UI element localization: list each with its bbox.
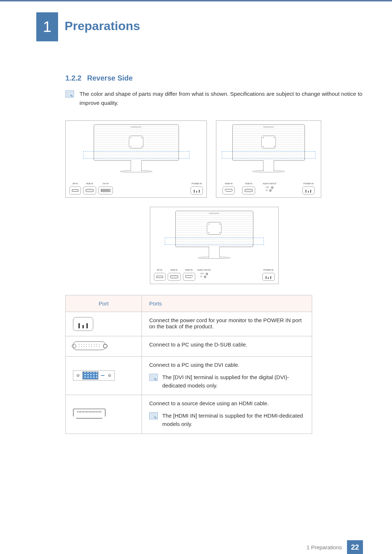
port-label-rgb: RGB IN [171, 269, 177, 271]
port-icon-power [66, 312, 142, 336]
brand-label: SAMSUNG [264, 126, 274, 128]
section-number: 1.2.2 [65, 74, 81, 82]
diagrams: SAMSUNG DP IN RGB IN DVI IN POWER [65, 120, 363, 284]
port-desc: Connect to a source device using an HDMI… [149, 400, 305, 406]
port-label-dp: DP IN [73, 182, 78, 185]
port-label-power: POWER IN [303, 182, 314, 185]
port-label-rgb: RGB IN [245, 182, 252, 185]
port-label-audio-in: IN [200, 276, 202, 278]
port-label-audio-out: OUT [200, 273, 204, 275]
note-icon [149, 374, 158, 381]
port-label-audio: AUDIO IN/OUT [263, 182, 277, 185]
ports-table: Port Ports Connect the power cord for yo… [65, 295, 312, 434]
section-title: Reverse Side [87, 74, 133, 82]
footer-page-number: 22 [347, 540, 363, 554]
table-row: Connect the power cord for your monitor … [66, 312, 312, 336]
port-desc: Connect to a PC using the DVI cable. [149, 362, 305, 368]
note-text: The color and shape of parts may differ … [79, 90, 363, 108]
port-label-power: POWER IN [192, 182, 202, 185]
port-label-rgb: RGB IN [86, 182, 93, 185]
port-icon-dvi [66, 356, 142, 395]
port-desc-cell: Connect to a source device using an HDMI… [142, 395, 312, 434]
port-desc: Connect the power cord for your monitor … [142, 312, 312, 336]
table-header-port: Port [66, 295, 142, 312]
chapter-header: 1 Preparations [36, 12, 363, 41]
port-label-hdmi: HDMI IN [225, 182, 233, 185]
section-heading: 1.2.2 Reverse Side [65, 74, 363, 82]
note-icon [65, 90, 74, 98]
diagram-panel-1: SAMSUNG DP IN RGB IN DVI IN POWER [65, 120, 207, 198]
brand-label: SAMSUNG [209, 212, 220, 214]
port-label-audio-out: OUT [266, 186, 269, 188]
brand-label: SAMSUNG [131, 126, 142, 128]
table-row: Connect to a PC using the D-SUB cable. [66, 336, 312, 356]
table-header-desc: Ports [142, 295, 312, 312]
port-note: The [DVI IN] terminal is supplied for th… [162, 373, 305, 390]
table-row: Connect to a PC using the DVI cable. The… [66, 356, 312, 395]
diagram-panel-2: SAMSUNG HDMI IN RGB IN AUDIO IN/OUT OUT [216, 120, 321, 198]
port-label-dvi: DVI IN [103, 182, 109, 185]
footer: 1 Preparations 22 [0, 540, 392, 554]
port-label-dp: DP IN [157, 269, 162, 271]
table-row: Connect to a source device using an HDMI… [66, 395, 312, 434]
note-icon [149, 412, 158, 419]
port-label-hdmi: HDMI IN [185, 269, 193, 271]
diagram-panel-3: SAMSUNG DP IN RGB IN HDMI IN AUDIO IN/OU… [150, 207, 279, 284]
port-icon-vga [66, 336, 142, 356]
note-block: The color and shape of parts may differ … [65, 90, 363, 108]
port-icon-hdmi [66, 395, 142, 434]
port-desc-cell: Connect to a PC using the DVI cable. The… [142, 356, 312, 395]
footer-label: 1 Preparations [301, 540, 347, 554]
port-label-power: POWER IN [264, 269, 274, 271]
chapter-number-badge: 1 [36, 12, 58, 41]
port-desc: Connect to a PC using the D-SUB cable. [142, 336, 312, 356]
port-note: The [HDMI IN] terminal is supplied for t… [162, 411, 305, 428]
chapter-title: Preparations [65, 12, 140, 33]
port-label-audio: AUDIO IN/OUT [197, 269, 211, 271]
port-label-audio-in: IN [266, 189, 268, 191]
